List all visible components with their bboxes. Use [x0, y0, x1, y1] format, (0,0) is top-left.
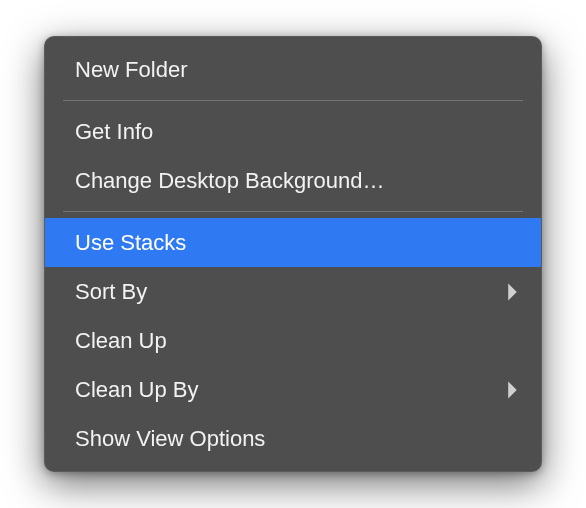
chevron-right-icon [506, 380, 519, 400]
menu-item-label: Get Info [75, 115, 153, 148]
menu-item-label: New Folder [75, 53, 187, 86]
menu-item-clean-up-by[interactable]: Clean Up By [45, 365, 541, 414]
menu-separator [63, 211, 523, 212]
menu-item-sort-by[interactable]: Sort By [45, 267, 541, 316]
menu-item-get-info[interactable]: Get Info [45, 107, 541, 156]
menu-item-label: Clean Up [75, 324, 167, 357]
menu-item-show-view-options[interactable]: Show View Options [45, 414, 541, 463]
menu-item-label: Sort By [75, 275, 147, 308]
menu-separator [63, 100, 523, 101]
menu-item-use-stacks[interactable]: Use Stacks [45, 218, 541, 267]
desktop-context-menu[interactable]: New Folder Get Info Change Desktop Backg… [44, 36, 542, 472]
menu-item-new-folder[interactable]: New Folder [45, 45, 541, 94]
menu-item-label: Use Stacks [75, 226, 186, 259]
menu-item-label: Change Desktop Background… [75, 164, 384, 197]
menu-item-label: Clean Up By [75, 373, 199, 406]
menu-item-clean-up[interactable]: Clean Up [45, 316, 541, 365]
menu-item-change-desktop-background[interactable]: Change Desktop Background… [45, 156, 541, 205]
chevron-right-icon [506, 282, 519, 302]
menu-item-label: Show View Options [75, 422, 265, 455]
